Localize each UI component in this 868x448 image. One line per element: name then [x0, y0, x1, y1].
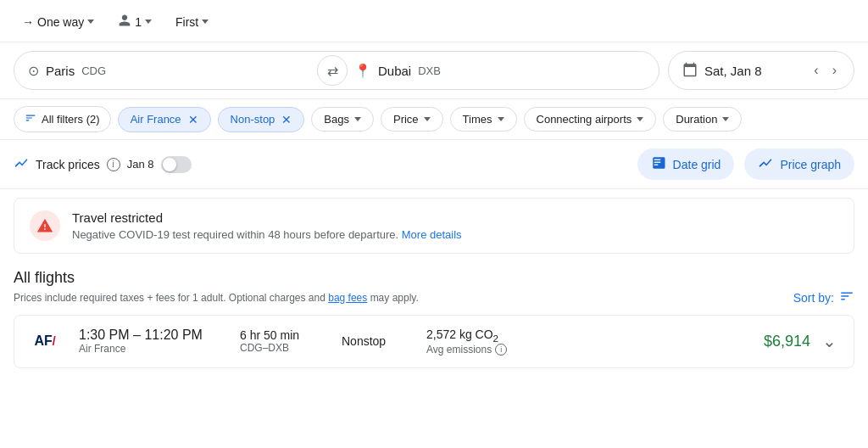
alert-content: Travel restricted Negative COVID-19 test…: [72, 210, 462, 241]
af-logo-text: AF: [34, 333, 52, 349]
destination-code: DXB: [418, 64, 441, 77]
all-filters-label: All filters (2): [42, 113, 100, 126]
passenger-icon: [118, 14, 131, 30]
class-chevron-icon: [202, 20, 209, 24]
bags-chevron-icon: [354, 117, 361, 121]
calendar-icon: [682, 62, 698, 80]
flight-price: $6,914: [764, 333, 810, 350]
flight-stops-section: Nonstop: [342, 334, 409, 348]
air-france-filter-label: Air France: [131, 113, 181, 126]
bags-filter-button[interactable]: Bags: [311, 107, 374, 132]
bags-filter-label: Bags: [324, 113, 349, 126]
next-date-button[interactable]: ›: [829, 59, 840, 81]
price-graph-button[interactable]: Price graph: [744, 148, 854, 180]
alert-icon-wrap: [30, 210, 60, 241]
track-prices-left: Track prices i Jan 8: [14, 155, 637, 173]
airline-name: Air France: [79, 343, 223, 355]
air-france-filter-button[interactable]: Air France ✕: [118, 107, 211, 132]
flight-time: 1:30 PM – 11:20 PM: [79, 328, 223, 343]
flight-times-section: 1:30 PM – 11:20 PM Air France: [79, 328, 223, 355]
all-flights-title: All flights: [14, 269, 854, 287]
bag-fees-link[interactable]: bag fees: [328, 292, 367, 304]
arrive-time: 11:20 PM: [144, 328, 202, 342]
class-label: First: [175, 15, 198, 29]
location-container: ⊙ Paris CDG ⇄ 📍 Dubai DXB: [14, 51, 659, 90]
connecting-airports-filter-label: Connecting airports: [537, 113, 632, 126]
depart-time: 1:30 PM: [79, 328, 130, 342]
expand-flight-button[interactable]: ⌄: [819, 328, 840, 355]
passengers-button[interactable]: 1: [109, 8, 160, 35]
toggle-thumb: [163, 158, 176, 171]
one-way-icon: →: [22, 15, 34, 29]
passengers-label: 1: [135, 15, 142, 29]
class-button[interactable]: First: [167, 10, 217, 34]
connecting-airports-filter-button[interactable]: Connecting airports: [524, 107, 657, 132]
remove-nonstop-icon[interactable]: ✕: [281, 113, 292, 126]
destination-pin-icon: 📍: [354, 63, 371, 79]
duration-filter-button[interactable]: Duration: [663, 107, 742, 132]
flight-route: CDG–DXB: [240, 342, 325, 354]
flight-card[interactable]: AF / 1:30 PM – 11:20 PM Air France 6 hr …: [14, 315, 854, 368]
track-prices-bar: Track prices i Jan 8 Date grid Price gra…: [0, 140, 868, 189]
top-bar: → One way 1 First: [0, 0, 868, 42]
price-graph-icon: [758, 155, 773, 173]
sort-by-label: Sort by:: [793, 291, 834, 305]
all-filters-button[interactable]: All filters (2): [14, 106, 111, 132]
alert-title: Travel restricted: [72, 210, 462, 225]
origin-field[interactable]: ⊙ Paris CDG: [14, 52, 332, 89]
travel-alert-banner: Travel restricted Negative COVID-19 test…: [14, 198, 854, 254]
remove-air-france-icon[interactable]: ✕: [188, 113, 198, 126]
origin-code: CDG: [81, 64, 106, 77]
track-prices-info-icon[interactable]: i: [107, 158, 120, 171]
track-prices-date: Jan 8: [127, 158, 154, 171]
date-grid-label: Date grid: [673, 158, 721, 171]
flight-duration: 6 hr 50 min: [240, 328, 325, 342]
filters-bar: All filters (2) Air France ✕ Non-stop ✕ …: [0, 99, 868, 140]
flight-emissions-section: 2,572 kg CO2 Avg emissions i: [426, 328, 747, 356]
more-details-link[interactable]: More details: [402, 228, 462, 241]
track-prices-right: Date grid Price graph: [637, 148, 854, 180]
date-field[interactable]: Sat, Jan 8 ‹ ›: [668, 51, 854, 90]
flight-stops: Nonstop: [342, 334, 409, 348]
sort-icon: [839, 288, 854, 306]
af-logo-slash: /: [53, 334, 56, 348]
nonstop-filter-button[interactable]: Non-stop ✕: [218, 107, 305, 132]
times-filter-button[interactable]: Times: [450, 107, 517, 132]
track-prices-toggle[interactable]: [161, 156, 192, 173]
nonstop-filter-label: Non-stop: [231, 113, 275, 126]
times-filter-label: Times: [463, 113, 492, 126]
flights-subtitle: Prices include required taxes + fees for…: [14, 288, 854, 306]
flights-section: All flights Prices include required taxe…: [0, 262, 868, 368]
sort-by-button[interactable]: Sort by:: [793, 288, 854, 306]
track-prices-label: Track prices: [36, 158, 100, 171]
prev-date-button[interactable]: ‹: [810, 59, 821, 81]
alert-description: Negative COVID-19 test required within 4…: [72, 228, 462, 241]
trip-type-chevron-icon: [87, 20, 94, 24]
flight-emissions: 2,572 kg CO2: [426, 328, 747, 344]
date-label: Sat, Jan 8: [704, 64, 804, 78]
date-grid-icon: [651, 155, 666, 173]
swap-button[interactable]: ⇄: [317, 55, 348, 86]
destination-field[interactable]: 📍 Dubai DXB: [332, 52, 659, 89]
search-bar: ⊙ Paris CDG ⇄ 📍 Dubai DXB Sat, Jan 8 ‹ ›: [0, 42, 868, 99]
warning-icon: [36, 217, 53, 234]
destination-city: Dubai: [378, 64, 411, 78]
price-filter-label: Price: [393, 113, 419, 126]
subtitle-start: Prices include required taxes + fees for…: [14, 292, 326, 304]
price-chevron-icon: [424, 117, 431, 121]
trip-type-button[interactable]: → One way: [14, 10, 103, 34]
trip-type-label: One way: [37, 15, 84, 29]
filter-icon: [25, 112, 36, 126]
emissions-info-icon[interactable]: i: [495, 344, 507, 356]
subtitle-end: may apply.: [370, 292, 419, 304]
connecting-airports-chevron-icon: [637, 117, 643, 121]
duration-filter-label: Duration: [676, 113, 717, 126]
origin-city: Paris: [46, 64, 75, 78]
duration-chevron-icon: [722, 117, 729, 121]
price-filter-button[interactable]: Price: [381, 107, 443, 132]
origin-dot-icon: ⊙: [28, 63, 39, 79]
date-grid-button[interactable]: Date grid: [637, 148, 735, 180]
times-chevron-icon: [498, 117, 504, 121]
flight-duration-section: 6 hr 50 min CDG–DXB: [240, 328, 325, 354]
airline-logo: AF /: [28, 330, 62, 352]
